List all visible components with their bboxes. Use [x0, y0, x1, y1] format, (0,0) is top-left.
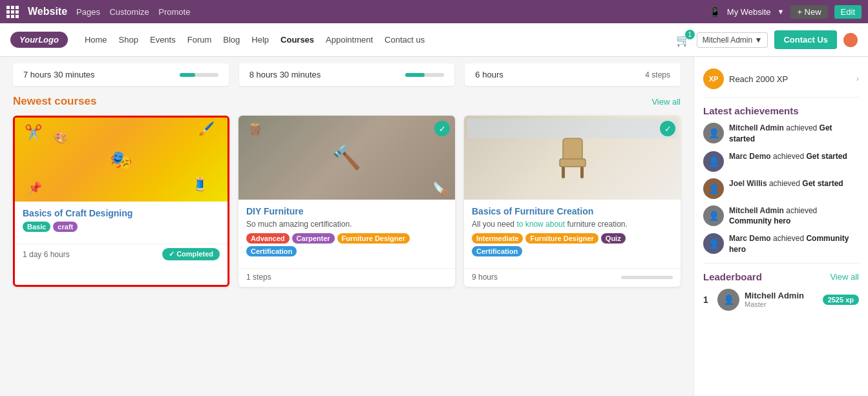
course-card-diy[interactable]: 🔨 🪚 🪵 ✓ DIY Furniture So much amazing ce…	[238, 116, 455, 287]
lb-info-0: Mitchell Admin Master	[745, 291, 818, 308]
site-nav-right: 🛒 1 Mitchell Admin ▼ Contact Us	[676, 30, 858, 49]
progress-bar-1	[405, 73, 444, 77]
edit-button[interactable]: Edit	[834, 5, 862, 19]
tag-basic: Basic	[23, 222, 50, 232]
course-card-body-diy: DIY Furniture So much amazing certificat…	[238, 200, 455, 266]
leaderboard-item-0: 1 👤 Mitchell Admin Master 2525 xp	[703, 289, 859, 311]
duration-text-1: 8 hours 30 minutes	[249, 70, 321, 79]
new-button[interactable]: + New	[790, 5, 827, 19]
admin-bar: Website Pages Customize Promote 📱 My Web…	[0, 0, 868, 23]
logo: YourLogo	[10, 32, 68, 48]
duration-text-2: 6 hours	[475, 70, 503, 79]
my-website-button[interactable]: My Website	[727, 7, 771, 17]
course-card-craft[interactable]: ✂️ 🎨 🖌️ 📌 🧵 🎭 Basics of Craft Designing …	[13, 116, 229, 287]
achievement-item-0: 👤 Mitchell Admin achieved Get started	[703, 123, 859, 145]
tag-quiz: Quiz	[601, 233, 626, 244]
achievement-label-1: Get started	[806, 152, 847, 161]
achievement-user-2: Joel Willis	[729, 179, 767, 188]
achievement-item-1: 👤 Marc Demo achieved Get started	[703, 151, 859, 172]
section-title: Newest courses	[13, 95, 96, 108]
nav-blog[interactable]: Blog	[218, 32, 245, 48]
achievement-item-4: 👤 Marc Demo achieved Community hero	[703, 233, 859, 255]
admin-bar-left: Website Pages Customize Promote	[6, 6, 702, 18]
chair-svg	[550, 132, 595, 183]
xp-arrow-icon: ›	[856, 74, 859, 83]
user-avatar-icon	[843, 33, 858, 47]
leaderboard-viewall-link[interactable]: View all	[830, 272, 859, 282]
nav-contact-us[interactable]: Contact us	[379, 32, 430, 48]
achievement-action-1: achieved	[773, 152, 806, 161]
reach-xp-text: Reach 2000 XP	[729, 74, 851, 84]
section-header: Newest courses View all	[13, 95, 681, 108]
course-title-craft: Basics of Craft Designing	[23, 208, 220, 218]
course-tags-craft: Basic craft	[23, 222, 220, 232]
lb-name-0: Mitchell Admin	[745, 291, 818, 300]
lb-rank-0: 1	[703, 295, 712, 305]
cart-icon[interactable]: 🛒 1	[676, 33, 690, 47]
svg-rect-2	[562, 167, 565, 178]
duration-text-0: 7 hours 30 minutes	[23, 70, 95, 79]
course-card-footer-furniture: 9 hours	[464, 268, 681, 287]
achievement-item-2: 👤 Joel Willis achieved Get started	[703, 178, 859, 199]
cart-badge: 1	[685, 30, 695, 39]
logo-text: YourLogo	[19, 35, 59, 45]
grid-icon[interactable]	[6, 6, 19, 18]
course-desc-diy: So much amazing certification.	[246, 220, 447, 229]
tag-craft: craft	[53, 222, 78, 232]
tag-furniture-designer2: Furniture Designer	[525, 233, 598, 244]
course-card-furniture[interactable]: ✓ Basics of Furniture Creation All you n…	[464, 116, 681, 287]
achievement-text-3: Mitchell Admin achieved Community hero	[729, 205, 859, 227]
completed-badge: ✓ Completed	[162, 248, 220, 260]
admin-nav-pages[interactable]: Pages	[76, 7, 100, 17]
achievement-user-0: Mitchell Admin	[729, 123, 784, 132]
steps-text-2: 4 steps	[645, 70, 670, 79]
achievement-user-4: Marc Demo	[729, 234, 771, 243]
sidebar-divider	[703, 263, 859, 264]
nav-home[interactable]: Home	[79, 32, 112, 48]
site-nav-links: Home Shop Events Forum Blog Help Courses…	[79, 32, 676, 48]
admin-nav-customize[interactable]: Customize	[109, 7, 149, 17]
nav-courses[interactable]: Courses	[275, 32, 319, 48]
nav-shop[interactable]: Shop	[114, 32, 143, 48]
user-dropdown[interactable]: Mitchell Admin ▼	[697, 32, 768, 48]
leaderboard-title: Leaderboard	[703, 271, 762, 282]
progress-fill-0	[180, 73, 195, 77]
xp-badge-0: 2525 xp	[823, 295, 859, 305]
nav-help[interactable]: Help	[246, 32, 274, 48]
admin-brand: Website	[28, 6, 67, 17]
course-card-body-furniture: Basics of Furniture Creation All you nee…	[464, 200, 681, 266]
user-name: Mitchell Admin	[703, 36, 752, 45]
leaderboard-header: Leaderboard View all	[703, 271, 859, 282]
contact-us-button[interactable]: Contact Us	[774, 30, 837, 49]
right-sidebar: XP Reach 2000 XP › Latest achievements 👤…	[693, 57, 868, 396]
admin-nav-promote[interactable]: Promote	[158, 7, 190, 17]
reach-xp-row: XP Reach 2000 XP ›	[703, 65, 859, 98]
duration-furniture: 9 hours	[472, 273, 498, 282]
duration-card-0: 7 hours 30 minutes	[13, 63, 229, 86]
mobile-icon: 📱	[710, 6, 721, 17]
progress-fill-1	[405, 73, 425, 77]
lb-level-0: Master	[745, 300, 818, 308]
achievement-text-2: Joel Willis achieved Get started	[729, 178, 843, 189]
achievements-title: Latest achievements	[703, 105, 859, 116]
check-badge-diy: ✓	[434, 121, 450, 136]
nav-forum[interactable]: Forum	[182, 32, 217, 48]
svg-rect-1	[560, 159, 586, 167]
nav-appointment[interactable]: Appointment	[321, 32, 378, 48]
tag-advanced: Advanced	[246, 233, 290, 244]
course-card-body-craft: Basics of Craft Designing Basic craft	[15, 202, 228, 241]
xp-circle: XP	[703, 68, 724, 89]
course-title-diy: DIY Furniture	[246, 206, 447, 216]
footer-progress-furniture	[621, 276, 673, 279]
achievement-avatar-joel-2: 👤	[703, 178, 724, 199]
svg-rect-0	[563, 138, 582, 161]
desc-highlight: to know about	[516, 220, 565, 229]
view-all-link[interactable]: View all	[651, 97, 681, 107]
steps-diy: 1 steps	[246, 273, 271, 282]
nav-events[interactable]: Events	[145, 32, 181, 48]
achievement-avatar-marc-4: 👤	[703, 233, 724, 254]
admin-bar-right: 📱 My Website ▼ + New Edit	[710, 5, 862, 19]
duration-card-1: 8 hours 30 minutes	[239, 63, 455, 86]
desc-end: furniture creation.	[565, 220, 628, 229]
main-layout: 7 hours 30 minutes 8 hours 30 minutes 6 …	[0, 57, 868, 396]
